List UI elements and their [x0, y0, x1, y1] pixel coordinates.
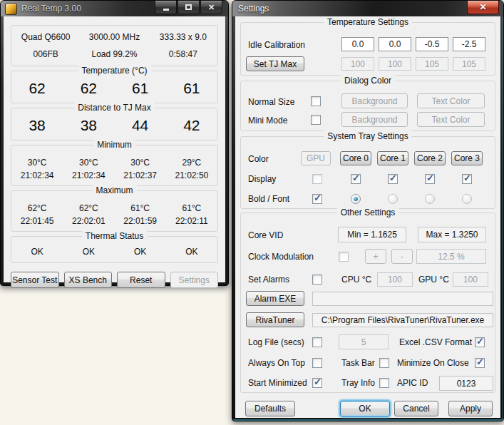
alarm-exe-button[interactable]: Alarm EXE — [246, 291, 304, 306]
maximum-label: Maximum — [92, 185, 136, 196]
defaults-button[interactable]: Defaults — [245, 401, 295, 416]
set-alarms-label: Set Alarms — [248, 275, 289, 285]
clock-modulation-checkbox[interactable] — [339, 252, 349, 262]
maximum-groupbox: Maximum 62°C 62°C 61°C 61°C 22:01:45 22:… — [11, 190, 218, 232]
normal-size-checkbox[interactable] — [311, 96, 321, 106]
core2-distance: 44 — [115, 117, 166, 134]
max-temp-core3: 61°C — [166, 203, 217, 213]
core1-color-button[interactable]: Core 1 — [377, 151, 408, 165]
tjmax-core2-field: 105 — [416, 57, 448, 71]
display-core3-checkbox[interactable] — [462, 174, 472, 184]
task-bar-label: Task Bar — [341, 358, 375, 368]
tray-color-label: Color — [248, 154, 269, 164]
sensor-test-button[interactable]: Sensor Test — [11, 272, 59, 288]
vid-min-field: Min = 1.1625 — [338, 227, 406, 242]
max-temp-core0: 62°C — [11, 203, 63, 213]
apply-button[interactable]: Apply — [448, 401, 493, 416]
dialog-color-groupbox: Dialog Color Normal Size Background Text… — [240, 81, 495, 131]
set-tjmax-button[interactable]: Set TJ Max — [246, 56, 304, 71]
realtemp-app-icon — [5, 3, 17, 15]
apic-id-label: APIC ID — [397, 378, 428, 388]
thermal-status-label: Thermal Status — [82, 230, 147, 242]
rivatuner-button[interactable]: RivaTuner — [246, 312, 304, 327]
core1-distance: 38 — [63, 117, 114, 134]
idle-calibration-core2-input[interactable]: -0.5 — [416, 37, 448, 51]
font-core1-radio[interactable] — [388, 194, 398, 204]
always-on-top-checkbox[interactable] — [312, 358, 322, 368]
core3-distance: 42 — [166, 117, 217, 134]
maximize-icon — [185, 4, 192, 10]
temperature-settings-label: Temperature Settings — [324, 16, 412, 28]
tray-info-checkbox[interactable] — [379, 378, 389, 388]
normal-text-color-button: Text Color — [417, 93, 485, 108]
min-time-core1: 21:02:34 — [63, 170, 114, 180]
realtemp-titlebar[interactable]: Real Temp 3.00 ✕ — [1, 1, 228, 16]
min-temp-core2: 30°C — [115, 158, 166, 168]
other-settings-label: Other Settings — [337, 207, 399, 218]
realtemp-window-title: Real Temp 3.00 — [21, 4, 81, 14]
core2-temperature: 61 — [115, 80, 166, 97]
ok-button[interactable]: OK — [340, 401, 390, 416]
core3-color-button[interactable]: Core 3 — [451, 151, 483, 165]
core0-color-button[interactable]: Core 0 — [340, 151, 371, 165]
close-button[interactable]: ✕ — [200, 1, 222, 14]
settings-window-title: Settings — [238, 4, 269, 14]
minimize-on-close-label: Minimize On Close — [397, 358, 469, 368]
start-minimized-checkbox[interactable] — [312, 378, 322, 388]
log-file-label: Log File (secs) — [248, 337, 304, 347]
core2-color-button[interactable]: Core 2 — [414, 151, 446, 165]
idle-calibration-core3-input[interactable]: -2.5 — [453, 37, 485, 51]
min-time-core3: 21:02:50 — [166, 170, 217, 180]
minimize-icon — [163, 9, 169, 11]
dialog-color-label: Dialog Color — [341, 75, 395, 86]
reset-button[interactable]: Reset — [117, 272, 165, 288]
cpu-alarm-label: CPU °C — [341, 275, 371, 285]
minimum-groupbox: Minimum 30°C 30°C 30°C 29°C 21:02:34 21:… — [11, 145, 218, 186]
max-time-core2: 22:01:59 — [115, 216, 166, 226]
minimize-button[interactable] — [155, 1, 177, 14]
close-icon: ✕ — [208, 4, 215, 11]
cpu-info-panel: Quad Q6600 3000.00 MHz 333.33 x 9.0 006F… — [11, 25, 218, 66]
clock-plus-button: + — [365, 249, 386, 264]
min-temp-core3: 29°C — [166, 158, 217, 168]
distance-tjmax-groupbox: Distance to TJ Max 38 38 44 42 — [11, 108, 218, 140]
max-time-core3: 22:02:11 — [166, 216, 217, 226]
font-core0-radio[interactable] — [351, 194, 361, 204]
core0-distance: 38 — [11, 117, 63, 134]
system-tray-groupbox: System Tray Settings Color GPU Core 0 Co… — [240, 136, 495, 209]
mini-mode-checkbox[interactable] — [311, 115, 321, 125]
idle-calibration-core1-input[interactable]: 0.0 — [379, 37, 411, 51]
xs-bench-button[interactable]: XS Bench — [64, 272, 113, 288]
tray-display-label: Display — [248, 174, 276, 184]
uptime: 0:58:47 — [149, 49, 217, 59]
settings-titlebar[interactable]: Settings ✕ — [232, 1, 503, 16]
bold-font-checkbox[interactable] — [312, 194, 322, 204]
realtemp-client-area: Quad Q6600 3000.00 MHz 333.33 x 9.0 006F… — [4, 16, 225, 282]
rivatuner-path-field[interactable]: C:\Program Files\RivaTuner\RivaTuner.exe — [312, 313, 493, 327]
alarm-exe-path-field[interactable] — [312, 292, 493, 306]
set-alarms-checkbox[interactable] — [312, 275, 322, 285]
clock-minus-button: - — [391, 249, 413, 264]
font-core3-radio[interactable] — [462, 194, 472, 204]
display-core2-checkbox[interactable] — [425, 174, 435, 184]
idle-calibration-core0-input[interactable]: 0.0 — [341, 37, 374, 51]
font-core2-radio[interactable] — [425, 194, 435, 204]
settings-window: Settings ✕ Temperature Settings Idle Cal… — [232, 0, 504, 421]
maximize-button[interactable] — [178, 1, 200, 14]
gpu-alarm-label: GPU °C — [418, 275, 449, 285]
core3-temperature: 61 — [166, 80, 217, 97]
thermal-status-groupbox: Thermal Status OK OK OK OK — [11, 236, 218, 263]
display-gpu-checkbox — [312, 174, 322, 184]
thermal-status-core1: OK — [63, 247, 114, 257]
display-core0-checkbox[interactable] — [351, 174, 361, 184]
task-bar-checkbox[interactable] — [379, 358, 389, 368]
display-core1-checkbox[interactable] — [388, 174, 398, 184]
close-button[interactable]: ✕ — [467, 1, 499, 14]
log-file-checkbox[interactable] — [312, 337, 322, 347]
core-vid-label: Core VID — [248, 230, 283, 240]
minimize-on-close-checkbox[interactable] — [475, 358, 485, 368]
clock-modulation-label: Clock Modulation — [248, 252, 314, 262]
excel-csv-checkbox[interactable] — [475, 337, 485, 347]
cancel-button[interactable]: Cancel — [394, 401, 438, 416]
tjmax-core0-field: 100 — [341, 57, 374, 71]
